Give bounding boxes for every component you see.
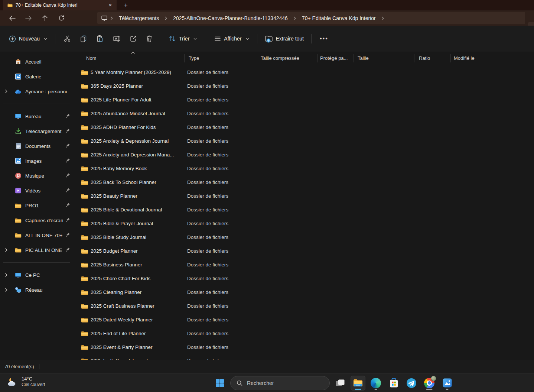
- file-row[interactable]: 2025 Back To School Planner Dossier de f…: [73, 175, 534, 189]
- file-row[interactable]: 2025 Cleaning Planner Dossier de fichier…: [73, 285, 534, 299]
- sidebar-item-this-pc[interactable]: Ce PC: [0, 268, 73, 282]
- sidebar-item-desktop[interactable]: Bureau: [0, 109, 73, 124]
- sidebar-item-downloads[interactable]: Téléchargement: [0, 124, 73, 139]
- file-name: 2025 Baby Memory Book: [91, 166, 147, 171]
- file-name: 2025 Event & Party Planner: [91, 344, 153, 350]
- sidebar-item-home[interactable]: Accueil: [0, 54, 73, 69]
- taskbar-telegram[interactable]: [404, 376, 419, 391]
- sidebar-item-label: Accueil: [25, 59, 42, 65]
- explorer-tab[interactable]: 70+ Editable Canva Kdp Interi ✕: [3, 0, 117, 10]
- new-button[interactable]: Nouveau: [5, 32, 51, 45]
- back-button[interactable]: [6, 13, 19, 24]
- copy-button[interactable]: [75, 32, 92, 45]
- breadcrumb-item-current[interactable]: 70+ Editable Canva Kdp Interior: [299, 14, 379, 22]
- taskbar-photos[interactable]: [440, 376, 455, 391]
- column-header-modified[interactable]: Modifié le: [454, 55, 475, 61]
- taskbar-file-explorer[interactable]: [351, 376, 365, 391]
- file-row[interactable]: 2025 Abundance Mindset Journal Dossier d…: [73, 107, 534, 120]
- file-row[interactable]: 2025 Bible & Devotional Journal Dossier …: [73, 203, 534, 217]
- windows-logo-icon: [215, 378, 225, 388]
- tab-folder-icon: [7, 3, 13, 7]
- taskbar-search[interactable]: Rechercher: [230, 376, 330, 390]
- file-row[interactable]: 2025 Event & Party Planner Dossier de fi…: [73, 340, 534, 354]
- column-header-ratio[interactable]: Ratio: [419, 55, 430, 61]
- sidebar-item-gallery[interactable]: Galerie: [0, 69, 73, 84]
- file-row[interactable]: 2025 ADHD Planner For Kids Dossier de fi…: [73, 120, 534, 134]
- sidebar-item-videos[interactable]: Vidéos: [0, 183, 73, 198]
- cut-button[interactable]: [59, 32, 75, 45]
- chevron-right-icon[interactable]: [4, 272, 9, 278]
- folder-icon: [81, 317, 88, 323]
- folder-icon: [81, 179, 88, 185]
- delete-button[interactable]: [141, 32, 157, 45]
- start-button[interactable]: [212, 376, 227, 391]
- file-row[interactable]: 2025 Life Planner For Adult Dossier de f…: [73, 93, 534, 107]
- column-header-size[interactable]: Taille: [358, 55, 369, 61]
- folder-icon: [81, 69, 88, 75]
- file-row[interactable]: 5 Year Monthly Planner (2025-2029) Dossi…: [73, 65, 534, 79]
- weather-widget[interactable]: 14°C Ciel couvert: [4, 375, 48, 388]
- new-tab-button[interactable]: +: [121, 0, 131, 10]
- file-row[interactable]: 2025 Beauty Planner Dossier de fichiers: [73, 189, 534, 203]
- sidebar-item-music[interactable]: Musique: [0, 168, 73, 183]
- file-row[interactable]: 2025 Faith Based Journal Dossier de fich…: [73, 354, 534, 360]
- file-type: Dossier de fichiers: [187, 83, 228, 89]
- sidebar-item-all-in-one-folder[interactable]: ALL IN ONE 70+: [0, 228, 73, 243]
- file-row[interactable]: 2025 Anxiety & Depression Journal Dossie…: [73, 134, 534, 148]
- sidebar-item-label: Ce PC: [25, 272, 40, 278]
- extract-all-button[interactable]: Extraire tout: [261, 32, 307, 45]
- column-header-type[interactable]: Type: [189, 55, 199, 61]
- file-row[interactable]: 2025 Craft Business Planner Dossier de f…: [73, 299, 534, 313]
- taskbar-edge[interactable]: [368, 376, 383, 391]
- column-header-compressed-size[interactable]: Taille compressée: [261, 55, 299, 61]
- file-row[interactable]: 2025 Bible & Prayer Journal Dossier de f…: [73, 217, 534, 230]
- file-name: 2025 Cleaning Planner: [91, 289, 141, 295]
- sidebar-item-pictures[interactable]: Images: [0, 153, 73, 168]
- breadcrumb-item-downloads[interactable]: Téléchargements: [116, 14, 162, 22]
- folder-icon: [15, 217, 22, 224]
- file-row[interactable]: 2025 Anxiety and Depression Mana... Doss…: [73, 148, 534, 162]
- sidebar-item-pro1-folder[interactable]: PRO1: [0, 198, 73, 213]
- up-button[interactable]: [39, 13, 51, 24]
- paste-button[interactable]: [92, 32, 108, 45]
- rename-button[interactable]: [108, 32, 125, 45]
- folder-icon: [81, 221, 88, 227]
- breadcrumb-item-bundle[interactable]: 2025-AllinOne-Canva-Planner-Bundle-11334…: [170, 14, 291, 22]
- sidebar-item-pic-all-in-one-folder[interactable]: PIC ALL IN ONE: [0, 243, 73, 257]
- taskbar-chrome[interactable]: [422, 376, 437, 391]
- file-row[interactable]: 2025 Dated Weekly Planner Dossier de fic…: [73, 313, 534, 327]
- file-row[interactable]: 2025 Chore Chart For Kids Dossier de fic…: [73, 272, 534, 285]
- refresh-button[interactable]: [55, 13, 68, 24]
- forward-button[interactable]: [22, 13, 35, 24]
- search-icon: [237, 380, 242, 386]
- tab-close-icon[interactable]: ✕: [107, 2, 114, 9]
- chevron-right-icon[interactable]: [4, 287, 9, 292]
- file-row[interactable]: 2025 Baby Memory Book Dossier de fichier…: [73, 162, 534, 175]
- sidebar-item-network[interactable]: Réseau: [0, 282, 73, 297]
- status-divider: [39, 364, 39, 369]
- column-header-name[interactable]: Nom: [86, 55, 96, 61]
- more-options-button[interactable]: •••: [315, 35, 333, 42]
- file-row[interactable]: 2025 End of Life Planner Dossier de fich…: [73, 327, 534, 340]
- sidebar-item-screenshots-folder[interactable]: Captures d'écran: [0, 213, 73, 228]
- sidebar-item-label: PRO1: [25, 203, 39, 208]
- file-row[interactable]: 365 Days 2025 Planner Dossier de fichier…: [73, 79, 534, 93]
- column-divider: [414, 54, 414, 62]
- share-button[interactable]: [125, 32, 141, 45]
- sort-button[interactable]: Trier: [165, 32, 201, 45]
- taskbar-store[interactable]: [386, 376, 401, 391]
- file-row[interactable]: 2025 Bible Study Journal Dossier de fich…: [73, 230, 534, 244]
- sidebar-item-onedrive[interactable]: Aymane : personne: [0, 84, 73, 99]
- column-header-protected[interactable]: Protégé pa...: [320, 55, 348, 61]
- file-row[interactable]: 2025 Business Planner Dossier de fichier…: [73, 258, 534, 272]
- view-button[interactable]: Afficher: [211, 33, 253, 45]
- file-row[interactable]: 2025 Budget Planner Dossier de fichiers: [73, 244, 534, 258]
- task-view-button[interactable]: [333, 376, 348, 391]
- this-pc-icon[interactable]: [101, 15, 108, 21]
- breadcrumb-chevron-icon: [292, 16, 297, 21]
- main-area: Accueil Galerie Aymane : personne: [0, 52, 534, 360]
- chevron-right-icon[interactable]: [4, 247, 9, 253]
- sidebar-item-documents[interactable]: Documents: [0, 139, 73, 153]
- file-type: Dossier de fichiers: [187, 276, 228, 281]
- chevron-right-icon[interactable]: [4, 89, 9, 94]
